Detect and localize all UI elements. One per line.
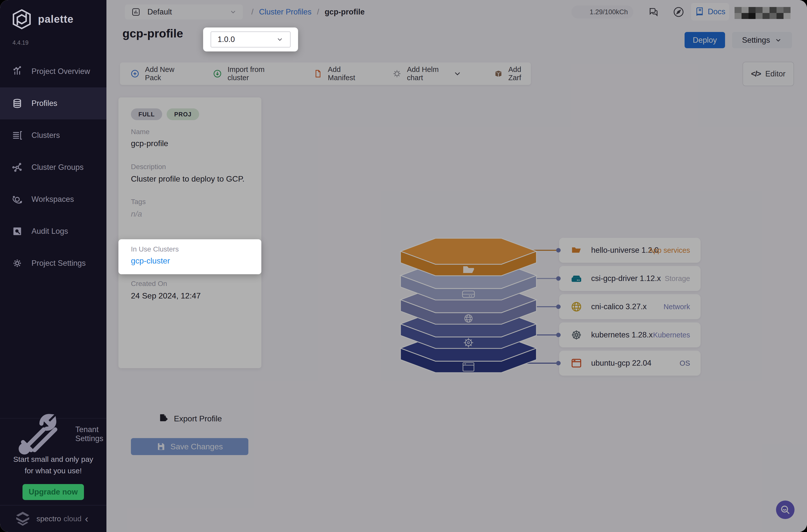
- code-icon: </>: [751, 70, 761, 78]
- deploy-button[interactable]: Deploy: [684, 32, 725, 48]
- manifest-file-icon: [313, 68, 322, 79]
- connector-dot: [556, 304, 561, 309]
- os-window-icon: [571, 357, 582, 369]
- connector-dot: [556, 361, 561, 365]
- version-value: 1.0.0: [218, 35, 276, 44]
- connector-dot: [556, 333, 561, 337]
- breadcrumb-current: gcp-profile: [324, 7, 364, 17]
- chevron-down-icon: [229, 8, 237, 16]
- tool-label: Add Zarf: [508, 65, 531, 82]
- pack-category: Kubernetes: [653, 331, 690, 339]
- settings-label: Settings: [742, 36, 770, 45]
- sidebar-item-project-overview[interactable]: Project Overview: [0, 55, 107, 88]
- description-label: Description: [131, 163, 166, 171]
- pack-name: kubernetes 1.28.x: [591, 330, 653, 339]
- hard-drive-icon: [571, 273, 582, 284]
- sidebar-nav: Project Overview Profiles Clusters: [0, 55, 107, 279]
- download-circle-icon: [213, 68, 222, 79]
- promo-text: Start small and only pay for what you us…: [0, 454, 107, 477]
- tool-label: Add New Pack: [145, 65, 184, 82]
- add-zarf-button[interactable]: Add Zarf: [494, 65, 531, 82]
- docs-button[interactable]: Docs: [691, 3, 729, 20]
- tool-label: Add Manifest: [328, 65, 362, 82]
- page-title: gcp-profile: [123, 26, 183, 40]
- gear-icon: [12, 258, 23, 269]
- pack-category: App services: [649, 246, 690, 254]
- pack-category: Network: [663, 303, 690, 311]
- connector-dot: [556, 276, 561, 281]
- pack-name: csi-gcp-driver 1.12.x: [591, 274, 661, 283]
- sidebar-item-label: Profiles: [32, 99, 57, 108]
- chat-icon[interactable]: [647, 6, 659, 18]
- divider: [128, 430, 251, 431]
- sidebar-item-cluster-groups[interactable]: Cluster Groups: [0, 151, 107, 183]
- pack-name: cni-calico 3.27.x: [591, 302, 646, 311]
- sidebar-item-workspaces[interactable]: Workspaces: [0, 183, 107, 215]
- save-icon: [156, 442, 165, 451]
- sidebar-item-label: Tenant Settings: [75, 425, 107, 443]
- add-manifest-button[interactable]: Add Manifest: [313, 65, 362, 82]
- settings-button[interactable]: Settings: [732, 32, 792, 48]
- add-new-pack-button[interactable]: Add New Pack: [130, 65, 184, 82]
- profile-info-card: FULL PROJ Name gcp-profile Description C…: [118, 97, 261, 368]
- export-profile-label: Export Profile: [174, 414, 222, 423]
- export-file-icon: [158, 413, 168, 424]
- editor-label: Editor: [765, 70, 786, 78]
- tags-value: n/a: [131, 209, 142, 218]
- profile-badges: FULL PROJ: [131, 108, 199, 120]
- palette-app: palette 4.4.19 Project Overview Profiles: [0, 0, 807, 532]
- breadcrumb-cluster-profiles[interactable]: Cluster Profiles: [259, 7, 312, 17]
- save-changes-button[interactable]: Save Changes: [131, 438, 248, 455]
- folder-icon: [571, 245, 582, 256]
- server-rack-icon: [12, 130, 23, 141]
- pack-name: ubuntu-gcp 22.04: [591, 359, 651, 368]
- sidebar-item-label: Audit Logs: [32, 227, 68, 236]
- chevron-down-icon: [774, 36, 782, 44]
- export-profile-button[interactable]: Export Profile: [118, 407, 261, 430]
- sidebar-item-audit-logs[interactable]: Audit Logs: [0, 215, 107, 247]
- redacted-user-badge[interactable]: [734, 7, 790, 19]
- search-help-fab[interactable]: [776, 500, 794, 519]
- sidebar-collapse-icon[interactable]: ‹: [85, 513, 88, 525]
- sidebar-footer: spectrocloud ‹: [0, 505, 107, 532]
- usage-badge: 1.29/100kCh: [571, 5, 633, 18]
- sidebar-item-tenant-settings[interactable]: Tenant Settings: [0, 418, 107, 450]
- sidebar-item-project-settings[interactable]: Project Settings: [0, 247, 107, 279]
- bar-chart-icon: [12, 66, 23, 77]
- add-helm-chart-button[interactable]: Add Helm chart: [393, 65, 462, 82]
- helm-wheel-icon: [393, 68, 401, 79]
- pack-card-csi-gcp-driver[interactable]: csi-gcp-driver 1.12.x Storage: [559, 266, 700, 291]
- breadcrumb-separator: /: [317, 7, 319, 17]
- pack-card-kubernetes[interactable]: kubernetes 1.28.x Kubernetes: [559, 322, 700, 347]
- profile-layer-stack: [398, 237, 539, 374]
- docs-label: Docs: [708, 7, 726, 16]
- import-from-cluster-button[interactable]: Import from cluster: [213, 65, 277, 82]
- version-select[interactable]: 1.0.0: [211, 32, 290, 48]
- tool-label: Add Helm chart: [407, 65, 448, 82]
- stack-layer-app-services: [400, 238, 537, 276]
- in-use-clusters-label: In Use Clusters: [131, 245, 179, 253]
- project-selector[interactable]: Default: [125, 4, 243, 19]
- in-use-cluster-link[interactable]: gcp-cluster: [131, 256, 170, 266]
- profile-name-value: gcp-profile: [131, 139, 168, 148]
- breadcrumb-separator: /: [251, 7, 254, 17]
- editor-button[interactable]: </> Editor: [743, 62, 794, 86]
- sidebar-item-label: Cluster Groups: [32, 163, 83, 172]
- palette-logo-icon: [12, 9, 32, 30]
- pack-card-hello-universe[interactable]: hello-universe 1.2.0 App services: [559, 238, 700, 263]
- upgrade-now-button[interactable]: Upgrade now: [22, 484, 84, 500]
- kubernetes-wheel-icon: [571, 329, 582, 341]
- pack-category: OS: [680, 359, 690, 367]
- pack-card-ubuntu-gcp[interactable]: ubuntu-gcp 22.04 OS: [559, 351, 700, 376]
- brand-name: palette: [38, 13, 73, 25]
- compass-icon[interactable]: [673, 6, 684, 18]
- sidebar-item-clusters[interactable]: Clusters: [0, 119, 107, 151]
- magnifier-smile-icon: [780, 504, 791, 515]
- sidebar-item-label: Project Overview: [32, 67, 90, 76]
- sidebar-item-label: Workspaces: [32, 195, 74, 204]
- save-changes-label: Save Changes: [170, 442, 223, 451]
- sidebar-item-profiles[interactable]: Profiles: [0, 88, 107, 119]
- plus-circle-icon: [130, 68, 139, 79]
- pack-card-cni-calico[interactable]: cni-calico 3.27.x Network: [559, 294, 700, 319]
- sidebar-item-label: Project Settings: [32, 259, 86, 268]
